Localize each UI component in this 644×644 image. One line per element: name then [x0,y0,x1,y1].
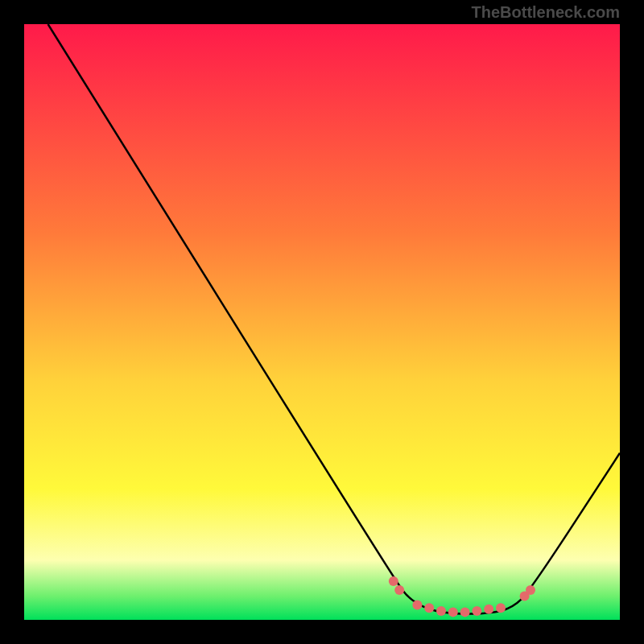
marker-dot [436,606,446,616]
marker-dot [424,603,434,613]
chart-frame: TheBottleneck.com [0,0,644,644]
gradient-background [24,24,620,620]
marker-dot [472,606,481,616]
chart-svg [24,24,620,620]
marker-dot [394,585,404,595]
marker-dot [496,603,506,613]
watermark-text: TheBottleneck.com [472,3,620,22]
marker-dot [412,601,422,610]
marker-dot [526,585,535,595]
plot-area [24,24,620,620]
marker-dot [448,607,458,617]
marker-dot [460,607,470,617]
marker-dot [484,605,493,614]
marker-dot [389,576,398,586]
